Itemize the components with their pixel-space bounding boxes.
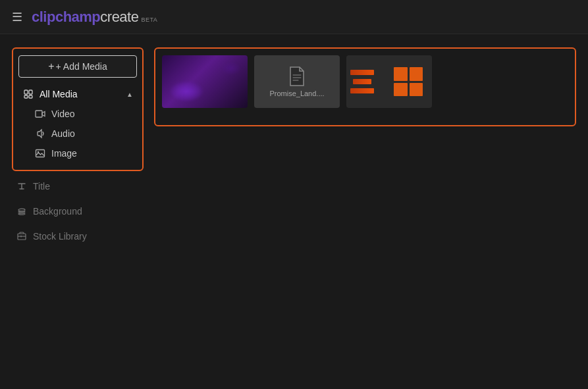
win-pane-3 [394,83,408,97]
media-item-2-label: Promise_Land.... [267,90,327,97]
background-label: Background [33,206,82,217]
sidebar: + + Add Media All Media ▲ [12,47,144,376]
stripe-1 [350,70,374,75]
title-icon [16,180,28,192]
video-label: Video [51,109,75,119]
win-pane-2 [410,67,423,81]
logo-clipchamp: clipchamp [32,9,100,26]
logo-beta: BETA [141,16,157,23]
app-logo: clipchamp create BETA [32,9,157,26]
stripe-2 [353,79,371,84]
plus-icon: + [48,61,54,72]
media-grid: Promise_Land.... [154,47,576,126]
add-media-button[interactable]: + + Add Media [18,55,137,78]
svg-point-7 [18,213,25,215]
windows-logo [394,67,423,96]
media-item-1[interactable] [162,55,248,108]
audio-label: Audio [51,128,75,139]
background-icon [16,205,28,217]
file-icon [288,66,306,87]
svg-rect-1 [29,90,32,94]
stock-library-label: Stock Library [33,231,87,242]
image-icon [34,147,46,159]
video-icon [34,108,46,120]
sidebar-top-panel: + + Add Media All Media ▲ [12,47,144,171]
svg-rect-2 [24,95,28,98]
media-thumb-purple [162,55,248,108]
main-content: + + Add Media All Media ▲ [0,34,588,389]
stock-library-icon [16,230,28,242]
sidebar-item-audio[interactable]: Audio [18,124,137,143]
windows-logo-grid [394,67,423,96]
title-label: Title [33,181,50,192]
all-media-icon [22,88,34,100]
image-label: Image [51,148,77,159]
sidebar-item-background[interactable]: Background [12,200,144,222]
media-panel: Promise_Land.... [154,47,576,376]
all-media-label: All Media [40,89,78,99]
stripe-3 [350,88,374,93]
svg-rect-5 [36,150,45,157]
sidebar-item-title[interactable]: Title [12,175,144,197]
win-pane-1 [394,67,408,81]
media-item-3[interactable] [346,55,432,108]
svg-rect-3 [29,95,32,98]
topbar: ☰ clipchamp create BETA [0,0,588,34]
orange-stripes [346,55,379,108]
media-thumb-gray: Promise_Land.... [254,55,340,108]
media-thumb-orange [346,55,432,108]
sidebar-item-stock-library[interactable]: Stock Library [12,225,144,247]
media-item-2[interactable]: Promise_Land.... [254,55,340,108]
menu-icon[interactable]: ☰ [12,10,22,24]
sidebar-item-all-media[interactable]: All Media ▲ [18,84,137,104]
sidebar-item-image[interactable]: Image [18,143,137,163]
svg-rect-4 [36,111,42,117]
sidebar-item-video[interactable]: Video [18,104,137,124]
svg-point-9 [18,209,25,211]
win-pane-4 [410,83,423,97]
add-media-label: + Add Media [56,61,107,72]
svg-rect-0 [24,90,28,94]
logo-create: create [100,9,138,26]
audio-icon [34,128,46,140]
all-media-arrow: ▲ [126,91,133,98]
